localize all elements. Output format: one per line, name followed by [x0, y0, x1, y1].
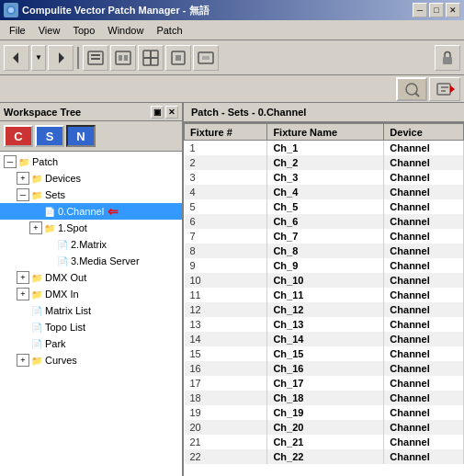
table-row[interactable]: 9 Ch_9 Channel: [185, 258, 464, 273]
table-row[interactable]: 13 Ch_13 Channel: [185, 317, 464, 332]
table-row[interactable]: 20 Ch_20 Channel: [185, 420, 464, 435]
toolbar-btn-lock[interactable]: [435, 45, 460, 71]
cell-device: Channel: [384, 214, 464, 229]
toolbar2: [0, 75, 464, 103]
svg-rect-13: [151, 58, 158, 65]
toolbar-btn-3[interactable]: [138, 45, 164, 71]
svg-line-20: [415, 93, 419, 96]
svg-marker-2: [13, 52, 18, 63]
window-controls: ─ □ ✕: [413, 3, 460, 17]
svg-marker-24: [450, 85, 455, 93]
svg-rect-10: [143, 51, 151, 58]
toolbar-btn-1[interactable]: [83, 45, 108, 71]
table-row[interactable]: 14 Ch_14 Channel: [185, 332, 464, 346]
table-row[interactable]: 12 Ch_12 Channel: [185, 302, 464, 317]
minimize-button[interactable]: ─: [413, 3, 427, 17]
back-button[interactable]: [4, 45, 29, 71]
workspace-panel: Workspace Tree ▣ ✕ C S N ─ 📁 Patch + 📁: [0, 103, 184, 476]
label-dmxin: DMX In: [45, 289, 79, 300]
expand-devices[interactable]: +: [17, 172, 29, 185]
table-row[interactable]: 4 Ch_4 Channel: [185, 185, 464, 199]
expand-dmxin[interactable]: +: [17, 288, 29, 300]
toolbar-btn-2[interactable]: [110, 45, 136, 71]
expand-patch[interactable]: ─: [4, 155, 17, 168]
cell-device: Channel: [384, 435, 464, 449]
menu-file[interactable]: File: [4, 23, 31, 38]
table-row[interactable]: 15 Ch_15 Channel: [185, 346, 464, 361]
close-button[interactable]: ✕: [446, 3, 460, 17]
expand-dmxout[interactable]: +: [17, 271, 29, 284]
tree-item-0channel[interactable]: 📄 0.Channel ⇐: [0, 203, 182, 220]
table-row[interactable]: 5 Ch_5 Channel: [185, 199, 464, 214]
tree-btn-c[interactable]: C: [4, 125, 33, 147]
toolbar2-btn-1[interactable]: [396, 77, 427, 101]
cell-fixture-name: Ch_7: [267, 229, 384, 244]
tree-btn-s[interactable]: S: [35, 125, 64, 147]
tree-item-topolist[interactable]: 📄 Topo List: [0, 319, 182, 335]
cell-fixture-num: 15: [185, 346, 267, 361]
tree-item-dmxout[interactable]: + 📁 DMX Out: [0, 269, 182, 286]
table-row[interactable]: 1 Ch_1 Channel: [185, 141, 464, 155]
fixture-table: Fixture # Fixture Name Device 1 Ch_1 Cha…: [184, 123, 464, 464]
folder-icon-1spot: 📁: [44, 223, 55, 233]
cell-fixture-name: Ch_20: [267, 420, 384, 435]
toolbar2-btn-2[interactable]: [429, 77, 460, 101]
label-sets: Sets: [45, 189, 65, 200]
menu-window[interactable]: Window: [102, 23, 149, 38]
tree-item-curves[interactable]: + 📁 Curves: [0, 352, 182, 368]
tree-item-2matrix[interactable]: 📄 2.Matrix: [0, 236, 182, 253]
menu-view[interactable]: View: [33, 23, 66, 38]
cell-device: Channel: [384, 317, 464, 332]
tree-item-1spot[interactable]: + 📁 1.Spot: [0, 220, 182, 236]
toolbar-btn-5[interactable]: [193, 45, 219, 71]
table-row[interactable]: 2 Ch_2 Channel: [185, 155, 464, 170]
table-row[interactable]: 16 Ch_16 Channel: [185, 361, 464, 376]
tree-item-devices[interactable]: + 📁 Devices: [0, 170, 182, 187]
table-row[interactable]: 21 Ch_21 Channel: [185, 435, 464, 449]
cell-fixture-num: 6: [185, 214, 267, 229]
cell-fixture-name: Ch_19: [267, 405, 384, 420]
label-dmxout: DMX Out: [45, 272, 86, 283]
tree-item-park[interactable]: 📄 Park: [0, 335, 182, 352]
label-3mediaserver: 3.Media Server: [71, 255, 140, 266]
maximize-button[interactable]: □: [429, 3, 444, 17]
cell-fixture-num: 22: [185, 449, 267, 464]
expand-curves[interactable]: +: [17, 354, 29, 367]
table-row[interactable]: 18 Ch_18 Channel: [185, 391, 464, 405]
tree-btn-n[interactable]: N: [66, 125, 96, 147]
table-row[interactable]: 8 Ch_8 Channel: [185, 244, 464, 258]
label-curves: Curves: [45, 355, 77, 366]
expand-sets[interactable]: ─: [17, 188, 29, 201]
panel-pin-button[interactable]: ▣: [151, 106, 164, 119]
cell-device: Channel: [384, 155, 464, 170]
table-row[interactable]: 19 Ch_19 Channel: [185, 405, 464, 420]
menu-patch[interactable]: Patch: [151, 23, 187, 38]
table-row[interactable]: 10 Ch_10 Channel: [185, 273, 464, 288]
tree-item-3mediaserver[interactable]: 📄 3.Media Server: [0, 253, 182, 269]
menu-topo[interactable]: Topo: [67, 23, 100, 38]
label-1spot: 1.Spot: [58, 222, 87, 233]
table-row[interactable]: 22 Ch_22 Channel: [185, 449, 464, 464]
cell-fixture-name: Ch_15: [267, 346, 384, 361]
forward-button[interactable]: [48, 45, 74, 71]
table-row[interactable]: 7 Ch_7 Channel: [185, 229, 464, 244]
nav-dropdown[interactable]: ▼: [31, 45, 46, 71]
cell-fixture-name: Ch_5: [267, 199, 384, 214]
folder-icon-2matrix: 📄: [57, 240, 68, 250]
tree-item-dmxin[interactable]: + 📁 DMX In: [0, 286, 182, 302]
panel-close-button[interactable]: ✕: [165, 106, 178, 119]
tree-item-patch[interactable]: ─ 📁 Patch: [0, 153, 182, 170]
table-row[interactable]: 6 Ch_6 Channel: [185, 214, 464, 229]
table-row[interactable]: 17 Ch_17 Channel: [185, 376, 464, 391]
cell-fixture-name: Ch_4: [267, 185, 384, 199]
expand-1spot[interactable]: +: [29, 221, 42, 234]
cell-fixture-name: Ch_11: [267, 288, 384, 302]
cell-fixture-name: Ch_21: [267, 435, 384, 449]
table-row[interactable]: 3 Ch_3 Channel: [185, 170, 464, 185]
cell-fixture-name: Ch_6: [267, 214, 384, 229]
toolbar-btn-4[interactable]: [165, 45, 191, 71]
svg-rect-21: [437, 84, 450, 95]
table-row[interactable]: 11 Ch_11 Channel: [185, 288, 464, 302]
tree-item-sets[interactable]: ─ 📁 Sets: [0, 187, 182, 203]
tree-item-matrixlist[interactable]: 📄 Matrix List: [0, 302, 182, 319]
